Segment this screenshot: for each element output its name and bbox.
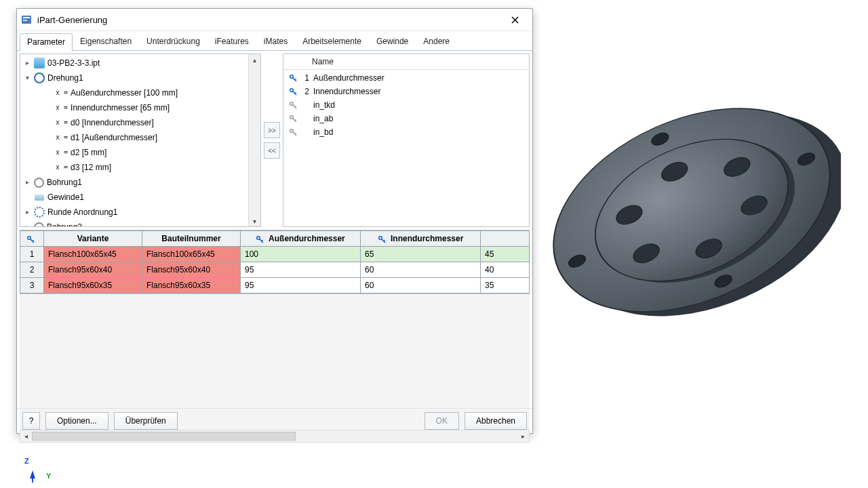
column-item[interactable]: 2Innendurchmesser — [283, 85, 529, 98]
scroll-down-icon[interactable]: ▾ — [251, 217, 259, 225]
key-icon — [378, 235, 386, 243]
tab-unterdrückung[interactable]: Unterdrückung — [139, 33, 208, 50]
svg-rect-18 — [23, 20, 27, 21]
tab-eigenschaften[interactable]: Eigenschaften — [73, 33, 139, 50]
scroll-up-icon[interactable]: ▴ — [251, 56, 259, 64]
dialog-footer: ? Optionen... Überprüfen OK Abbrechen — [17, 408, 532, 433]
scroll-right-icon[interactable]: ▸ — [517, 432, 529, 440]
grid-header[interactable] — [481, 231, 530, 247]
selected-columns-panel: Name 1Außendurchmesser2Innendurchmesseri… — [283, 54, 530, 227]
cancel-button[interactable]: Abbrechen — [465, 412, 527, 430]
parameter-tree[interactable]: 03-PB2-3-3.iptDrehung1Außendurchmesser [… — [20, 54, 261, 227]
close-button[interactable] — [501, 11, 528, 28]
svg-rect-17 — [23, 17, 30, 18]
key-icon — [289, 128, 297, 136]
key-icon — [289, 87, 297, 96]
transfer-buttons: >> << — [264, 54, 280, 227]
tree-bohrung1[interactable]: Bohrung1 — [23, 175, 248, 190]
grid-header[interactable]: Außendurchmesser — [241, 231, 361, 247]
tab-ifeatures[interactable]: iFeatures — [208, 33, 256, 50]
titlebar: iPart-Generierung — [17, 9, 532, 31]
tree-gewinde1[interactable]: Gewinde1 — [23, 190, 248, 205]
tree-root[interactable]: 03-PB2-3-3.ipt — [23, 56, 248, 70]
key-icon — [26, 235, 35, 243]
tree-param-1[interactable]: Innendurchmesser [65 mm] — [23, 100, 248, 115]
column-item[interactable]: in_ab — [283, 112, 529, 125]
columns-header: Name — [283, 54, 529, 70]
tab-imates[interactable]: iMates — [256, 33, 295, 50]
column-item[interactable]: 1Außendurchmesser — [283, 71, 529, 85]
mid-row: 03-PB2-3-3.iptDrehung1Außendurchmesser [… — [17, 51, 532, 230]
options-button[interactable]: Optionen... — [45, 412, 108, 430]
tree-param-2[interactable]: d0 [Innendurchmesser] — [23, 115, 248, 130]
viewport: Z Y iPart-Generierung ParameterEigenscha… — [0, 0, 868, 488]
help-button[interactable]: ? — [22, 412, 40, 430]
window-title: iPart-Generierung — [37, 15, 501, 25]
add-column-button[interactable]: >> — [264, 122, 280, 138]
tree-bohrung2[interactable]: Bohrung2 — [23, 220, 248, 226]
table-row[interactable]: 3Flansch95x60x35Flansch95x60x35956035 — [20, 278, 530, 293]
ok-button[interactable]: OK — [425, 412, 459, 430]
axis-z-label: Z — [24, 457, 29, 465]
grid-header[interactable] — [20, 231, 44, 247]
tab-gewinde[interactable]: Gewinde — [369, 33, 416, 50]
tree-param-3[interactable]: d1 [Außendurchmesser] — [23, 130, 248, 145]
key-icon — [289, 74, 297, 82]
grid-header[interactable]: Variante — [44, 231, 142, 247]
key-icon — [256, 235, 264, 243]
grid-header[interactable]: Innendurchmesser — [361, 231, 481, 247]
tree-param-4[interactable]: d2 [5 mm] — [23, 145, 248, 160]
key-icon — [289, 115, 297, 123]
tab-arbeitselemente[interactable]: Arbeitselemente — [295, 33, 369, 50]
tab-andere[interactable]: Andere — [416, 33, 457, 50]
tab-bar: ParameterEigenschaftenUnterdrückungiFeat… — [17, 31, 532, 51]
tree-param-5[interactable]: d3 [12 mm] — [23, 160, 248, 175]
tab-parameter[interactable]: Parameter — [20, 33, 73, 51]
svg-marker-14 — [30, 470, 35, 479]
app-icon — [21, 14, 32, 25]
variant-grid[interactable]: VarianteBauteilnummer Außendurchmesser I… — [20, 230, 530, 294]
verify-button[interactable]: Überprüfen — [114, 412, 178, 430]
tree-scrollbar[interactable]: ▴ ▾ — [248, 54, 260, 226]
table-row[interactable]: 1Flansch100x65x45Flansch100x65x451006545 — [20, 247, 530, 262]
key-icon — [289, 101, 297, 109]
grid-header[interactable]: Bauteilnummer — [142, 231, 241, 247]
tree-param-0[interactable]: Außendurchmesser [100 mm] — [23, 85, 248, 100]
tree-drehung1[interactable]: Drehung1 — [23, 70, 248, 85]
remove-column-button[interactable]: << — [264, 142, 280, 159]
scroll-left-icon[interactable]: ◂ — [20, 432, 32, 440]
ipart-dialog: iPart-Generierung ParameterEigenschaften… — [16, 8, 533, 434]
column-item[interactable]: in_tkd — [283, 98, 529, 112]
tree-runde-anordnung1[interactable]: Runde Anordnung1 — [23, 205, 248, 220]
column-item[interactable]: in_bd — [283, 125, 529, 139]
model-preview[interactable] — [542, 7, 841, 420]
table-row[interactable]: 2Flansch95x60x40Flansch95x60x40956040 — [20, 262, 530, 278]
